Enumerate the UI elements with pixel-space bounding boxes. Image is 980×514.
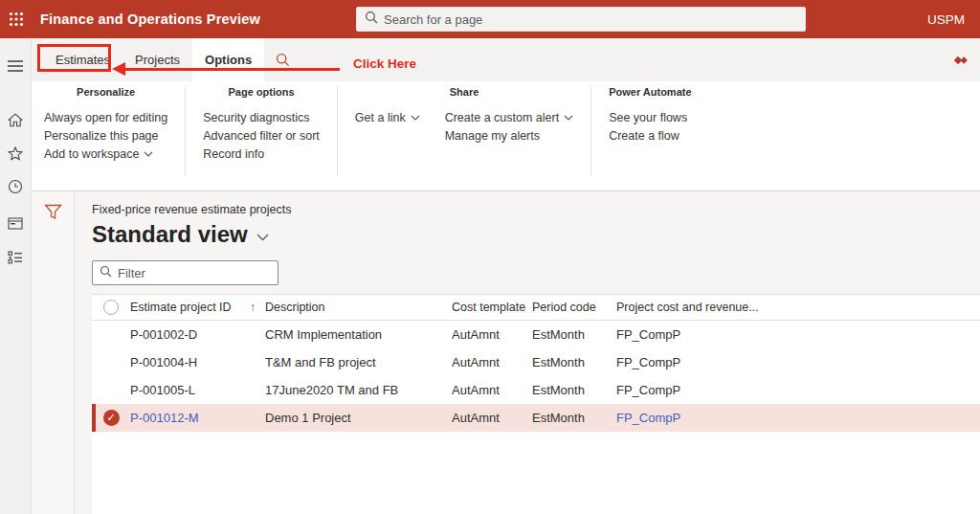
estimate-project-id-link[interactable]: P-001012-M [130,411,265,425]
period-code-cell: EstMonth [532,411,616,425]
menu-item-add-to-workspace[interactable]: Add to workspace [44,145,167,163]
menu-item-manage-my-alerts[interactable]: Manage my alerts [445,126,574,145]
circle-checkbox-icon [103,300,119,315]
chevron-down-icon [256,234,269,241]
tab-projects[interactable]: Projects [122,38,192,81]
filter-pane-strip [32,191,75,514]
table-row[interactable]: P-001002-D CRM Implementation AutAmnt Es… [92,321,980,348]
estimate-project-id-cell[interactable]: P-001002-D [130,327,265,342]
cost-template-cell: AutAmnt [452,383,532,397]
column-header-cost-template[interactable]: Cost template [452,301,532,314]
project-group-link[interactable]: FP_CompP [616,411,980,425]
global-search-box[interactable] [356,7,806,32]
column-header-estimate-project-id[interactable]: Estimate project ID ↑ [130,301,265,314]
column-header-project-cost-and-revenue[interactable]: Project cost and revenue... [616,301,980,314]
grid-filter-box[interactable] [92,260,278,285]
menu-item-always-open-for-editing[interactable]: Always open for editing [44,108,167,126]
search-icon [100,264,112,281]
menu-item-record-info[interactable]: Record info [203,145,320,163]
annotation-arrow-head [112,62,125,76]
workspaces-form-icon[interactable] [0,209,32,237]
menu-item-see-your-flows[interactable]: See your flows [609,108,687,126]
period-code-cell: EstMonth [532,383,616,397]
project-group-cell: FP_CompP [616,355,980,369]
view-selector[interactable]: Standard view [92,221,980,248]
column-header-description[interactable]: Description [265,301,452,314]
cost-template-cell: AutAmnt [452,327,532,342]
search-icon [365,11,378,28]
view-title: Standard view [92,221,248,248]
row-select-cell[interactable]: ✓ [92,410,130,426]
table-row-selected[interactable]: ✓ P-001012-M Demo 1 Project AutAmnt EstM… [92,404,980,432]
description-cell: Demo 1 Project [265,411,452,425]
annotation-arrow-shaft [124,68,340,71]
search-input[interactable] [384,12,797,27]
action-pane-tabs: Estimates Projects Options Click Here [32,38,980,81]
project-group-cell: FP_CompP [616,327,980,342]
recent-clock-icon[interactable] [0,172,32,201]
favorites-star-icon[interactable] [0,139,32,168]
sort-ascending-icon: ↑ [250,301,256,314]
group-title: Page options [203,86,320,101]
cost-template-cell: AutAmnt [452,355,532,369]
home-icon[interactable] [0,105,32,134]
hamburger-menu-icon[interactable] [0,52,32,80]
chevron-down-icon [411,115,420,121]
select-all-checkbox[interactable] [92,300,130,315]
description-cell: 17June2020 TM and FB [265,383,452,397]
cost-template-cell: AutAmnt [452,411,532,425]
project-group-cell: FP_CompP [616,383,980,397]
chevron-down-icon [144,151,153,157]
pin-action-pane-icon[interactable] [953,38,969,81]
page-caption: Fixed-price revenue estimate projects [92,203,980,216]
page-content-panel: Fixed-price revenue estimate projects St… [75,191,980,514]
period-code-cell: EstMonth [532,355,616,369]
description-cell: T&M and FB project [265,355,452,369]
grid-header-row: Estimate project ID ↑ Description Cost t… [92,295,980,321]
ribbon-group-personalize: Personalize Always open for editing Pers… [44,86,186,176]
action-pane-search-icon[interactable] [264,38,301,81]
estimate-project-id-cell[interactable]: P-001004-H [130,355,265,369]
ribbon-group-share: Share Get a link Create a custom alert M… [338,86,591,176]
estimate-projects-grid: Estimate project ID ↑ Description Cost t… [92,294,980,514]
app-title: Finance and Operations Preview [40,11,260,27]
table-row[interactable]: P-001004-H T&M and FB project AutAmnt Es… [92,348,980,376]
menu-item-security-diagnostics[interactable]: Security diagnostics [203,108,320,126]
company-selector[interactable]: USPM [927,12,965,27]
tab-options[interactable]: Options [192,38,264,81]
menu-item-personalize-this-page[interactable]: Personalize this page [44,126,167,145]
group-title: Personalize [44,86,167,101]
ribbon-group-power-automate: Power Automate See your flows Create a f… [591,86,708,176]
grid-empty-area [92,432,980,514]
navigation-sidebar [0,38,32,514]
estimate-project-id-cell[interactable]: P-001005-L [130,383,265,397]
group-title: Power Automate [609,86,691,101]
selected-check-icon[interactable]: ✓ [103,410,120,426]
annotation-click-here-label: Click Here [353,56,416,71]
ribbon-group-page-options: Page options Security diagnostics Advanc… [186,86,338,176]
group-title: Share [355,86,573,101]
column-header-period-code[interactable]: Period code [532,301,616,314]
menu-item-create-a-custom-alert[interactable]: Create a custom alert [445,108,574,126]
menu-item-advanced-filter-or-sort[interactable]: Advanced filter or sort [203,126,320,145]
table-row[interactable]: P-001005-L 17June2020 TM and FB AutAmnt … [92,376,980,404]
chevron-down-icon [564,115,573,121]
menu-item-get-a-link[interactable]: Get a link [355,108,420,126]
modules-list-icon[interactable] [0,243,32,272]
top-navigation-bar: Finance and Operations Preview USPM [0,0,980,38]
filter-funnel-icon[interactable] [44,204,62,225]
period-code-cell: EstMonth [532,327,616,342]
options-ribbon: Personalize Always open for editing Pers… [32,81,980,191]
annotation-highlight-rectangle [37,44,111,72]
description-cell: CRM Implementation [265,327,452,342]
app-launcher-waffle-icon[interactable] [0,0,33,38]
filter-input[interactable] [118,266,271,280]
menu-item-create-a-flow[interactable]: Create a flow [609,126,687,145]
